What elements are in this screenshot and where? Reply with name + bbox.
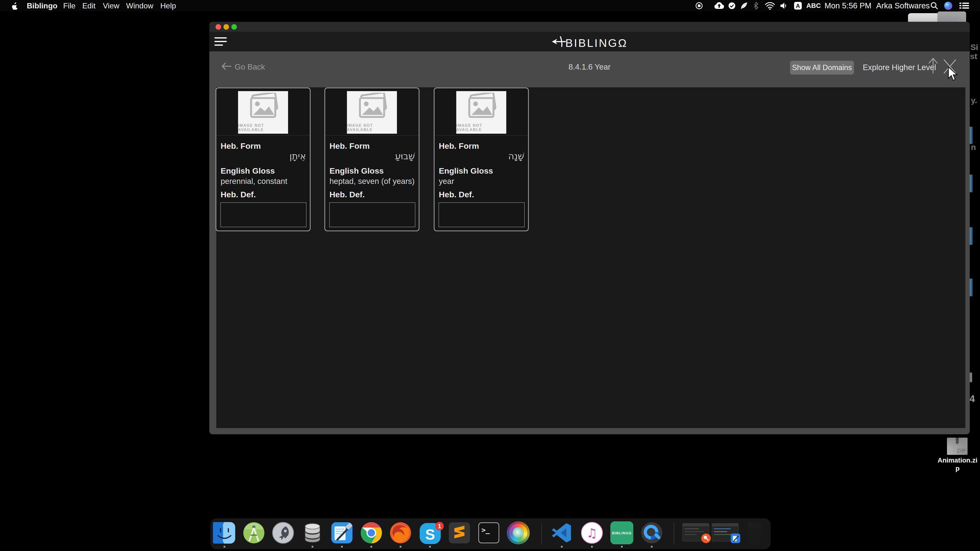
aleph-arrow-icon	[552, 35, 567, 51]
siri-icon[interactable]	[944, 0, 952, 11]
heb-def-box[interactable]	[329, 202, 415, 227]
bluetooth-icon[interactable]	[753, 0, 759, 11]
menu-item-window[interactable]: Window	[126, 0, 153, 11]
dock-running-dot	[399, 546, 401, 548]
dock-android-studio-icon[interactable]	[242, 521, 265, 544]
volume-icon[interactable]	[780, 0, 788, 11]
dock-itunes-icon[interactable]: ♫	[581, 521, 603, 544]
spotlight-search-icon[interactable]	[930, 0, 939, 11]
input-abc-label[interactable]: ABC	[806, 0, 821, 11]
skype-letter: S	[425, 526, 435, 543]
dock-running-dot	[651, 546, 653, 548]
english-gloss-label: English Gloss	[329, 166, 384, 176]
close-traffic-light[interactable]	[216, 24, 221, 30]
dock-database-app-icon[interactable]	[301, 521, 324, 544]
dock-running-dot	[341, 546, 343, 548]
heb-form-label: Heb. Form	[221, 141, 261, 151]
mouse-cursor	[947, 67, 958, 83]
dock-biblingo-icon[interactable]: BIBLINGΩ	[610, 521, 633, 544]
minimize-traffic-light[interactable]	[223, 24, 229, 30]
heb-form-value: שָׁנָה	[508, 151, 524, 162]
dock-terminal-icon[interactable]: >_	[477, 521, 500, 544]
clipped-window-text: 4	[969, 394, 975, 404]
dock-finder-icon[interactable]	[213, 521, 236, 544]
menu-bar-user-name[interactable]: Arka Softwares	[876, 0, 930, 11]
dock-quicktime-icon[interactable]	[640, 521, 663, 544]
menu-item-edit[interactable]: Edit	[82, 0, 95, 11]
explore-higher-level-button[interactable]: Explore Higher Level	[863, 63, 936, 72]
postman-badge-icon	[701, 534, 711, 543]
image-not-available-icon	[242, 93, 285, 120]
notification-list-icon[interactable]	[959, 0, 969, 11]
xcode-badge-icon	[731, 534, 740, 543]
heb-form-value: שָׁבוּעַ	[395, 151, 415, 162]
dock-running-dot	[591, 546, 593, 548]
dock-launchpad-icon[interactable]	[272, 521, 294, 544]
check-circle-icon[interactable]	[728, 0, 736, 11]
zip-file-icon[interactable]: ZIP	[947, 438, 967, 455]
wifi-icon[interactable]	[765, 0, 775, 11]
cloud-upload-icon[interactable]	[714, 0, 724, 11]
dock-xcode-icon[interactable]	[331, 521, 353, 544]
apple-menu-icon[interactable]	[11, 2, 18, 11]
dock-chrome-icon[interactable]	[360, 521, 383, 544]
logo-text: BIBLINGΩ	[565, 37, 628, 49]
back-arrow-icon[interactable]	[221, 62, 232, 72]
menu-bar-clock[interactable]: Mon 5:56 PM	[824, 0, 871, 11]
zip-badge: ZIP	[957, 448, 966, 454]
lexeme-card[interactable]: IMAGE NOT AVAILABLE Heb. Form שָׁבוּעַ E…	[325, 87, 419, 231]
terminal-glyph: >_	[481, 526, 490, 534]
up-arrow-icon[interactable]	[927, 57, 939, 75]
clipped-window-text: Si	[970, 43, 978, 52]
menu-item-view[interactable]: View	[103, 0, 119, 11]
heb-def-box[interactable]	[439, 202, 525, 227]
zip-file-label[interactable]: Animation.zip	[937, 456, 978, 473]
menu-item-help[interactable]: Help	[160, 0, 176, 11]
dock-skype-icon[interactable]: S1	[418, 521, 441, 544]
zoom-traffic-light[interactable]	[231, 24, 237, 30]
input-letter: A	[796, 3, 800, 9]
dock-minimized-postman-window[interactable]	[682, 523, 709, 541]
lexeme-card[interactable]: IMAGE NOT AVAILABLE Heb. Form שָׁנָה Eng…	[434, 87, 529, 231]
desktop: Si st y. n 4 Biblingo File Edit View Win…	[0, 0, 980, 551]
image-not-available-label: IMAGE NOT AVAILABLE	[238, 124, 288, 132]
card-divider	[325, 135, 419, 136]
screen-record-stop-icon[interactable]	[695, 0, 703, 11]
go-back-button[interactable]: Go Back	[235, 62, 265, 71]
dock-vscode-icon[interactable]	[550, 521, 573, 544]
lexeme-card[interactable]: IMAGE NOT AVAILABLE Heb. Form אֵיתָן Eng…	[216, 87, 310, 231]
english-gloss-value: perennial, constant	[221, 177, 287, 186]
english-gloss-value: year	[439, 177, 454, 186]
dock-minimized-xcode-window[interactable]	[712, 523, 738, 541]
window-title-bar[interactable]	[209, 22, 970, 32]
dock-color-wheel-app-icon[interactable]	[507, 521, 530, 544]
feather-icon[interactable]	[740, 0, 748, 11]
dock-sublime-text-icon[interactable]	[448, 521, 471, 544]
menu-item-file[interactable]: File	[63, 0, 76, 11]
zipper-icon	[956, 438, 959, 444]
biblingo-logo: BIBLINGΩ	[552, 35, 628, 51]
app-top-bar: BIBLINGΩ	[209, 32, 970, 51]
dock-firefox-icon[interactable]	[389, 521, 412, 544]
image-not-available-label: IMAGE NOT AVAILABLE	[347, 124, 397, 132]
english-gloss-label: English Gloss	[439, 166, 493, 176]
dock-running-dot	[371, 546, 372, 548]
heb-def-box[interactable]	[220, 202, 307, 227]
biblingo-window: BIBLINGΩ Go Back 8.4.1.6 Year Show All D…	[209, 22, 970, 434]
page-title: 8.4.1.6 Year	[568, 62, 611, 71]
clipped-window-text: st	[970, 52, 977, 61]
clipped-button-fragment	[970, 175, 973, 192]
hamburger-menu-icon[interactable]	[215, 37, 227, 46]
input-source-icon[interactable]: A	[793, 0, 802, 11]
dock-running-dot	[429, 546, 431, 548]
english-gloss-value: heptad, seven (of years)	[329, 177, 415, 186]
dock-separator	[541, 523, 542, 545]
clipped-window-text: y.	[971, 96, 977, 105]
heb-def-label: Heb. Def.	[329, 190, 364, 199]
image-not-available-icon	[460, 93, 503, 120]
show-all-domains-button[interactable]: Show All Domains	[790, 61, 854, 75]
heb-def-label: Heb. Def.	[221, 190, 256, 199]
menu-item-app[interactable]: Biblingo	[27, 0, 57, 11]
clipped-button-fragment	[970, 127, 973, 144]
dock-separator	[674, 523, 674, 545]
